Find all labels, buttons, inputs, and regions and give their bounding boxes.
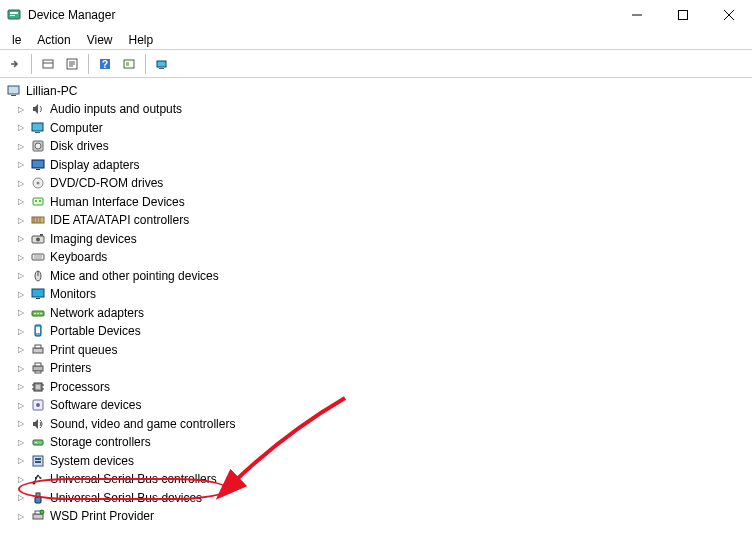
svg-rect-56 bbox=[35, 371, 41, 373]
software-icon bbox=[30, 397, 46, 413]
svg-point-72 bbox=[40, 477, 42, 479]
ide-icon bbox=[30, 212, 46, 228]
scan-button[interactable] bbox=[118, 53, 140, 75]
svg-rect-74 bbox=[35, 497, 41, 503]
tree-item[interactable]: Print queues bbox=[4, 341, 752, 360]
svg-rect-75 bbox=[33, 514, 43, 519]
expand-chevron-icon[interactable] bbox=[16, 216, 26, 225]
svg-rect-53 bbox=[35, 345, 41, 348]
expand-chevron-icon[interactable] bbox=[16, 401, 26, 410]
expand-chevron-icon[interactable] bbox=[16, 142, 26, 151]
expand-chevron-icon[interactable] bbox=[16, 179, 26, 188]
maximize-button[interactable] bbox=[660, 0, 706, 30]
tree-item[interactable]: Imaging devices bbox=[4, 230, 752, 249]
tree-item[interactable]: DVD/CD-ROM drives bbox=[4, 174, 752, 193]
svg-rect-20 bbox=[11, 95, 16, 96]
forward-button[interactable] bbox=[4, 53, 26, 75]
tree-item[interactable]: Printers bbox=[4, 359, 752, 378]
expand-chevron-icon[interactable] bbox=[16, 234, 26, 243]
show-hidden-button[interactable] bbox=[37, 53, 59, 75]
svg-rect-22 bbox=[35, 132, 40, 133]
expand-chevron-icon[interactable] bbox=[16, 308, 26, 317]
expand-chevron-icon[interactable] bbox=[16, 493, 26, 502]
sound-icon bbox=[30, 416, 46, 432]
properties-button[interactable] bbox=[61, 53, 83, 75]
svg-point-48 bbox=[37, 312, 39, 314]
svg-rect-71 bbox=[35, 477, 37, 479]
tree-item-label: Storage controllers bbox=[50, 435, 151, 449]
close-button[interactable] bbox=[706, 0, 752, 30]
computer-root-icon bbox=[6, 83, 22, 99]
tree-item[interactable]: System devices bbox=[4, 452, 752, 471]
tree-item[interactable]: WSD Print Provider bbox=[4, 507, 752, 526]
menu-view[interactable]: View bbox=[79, 33, 121, 47]
expand-chevron-icon[interactable] bbox=[16, 382, 26, 391]
tree-item-label: DVD/CD-ROM drives bbox=[50, 176, 163, 190]
tree-item[interactable]: Human Interface Devices bbox=[4, 193, 752, 212]
tree-root[interactable]: Lillian-PC bbox=[4, 82, 752, 100]
tree-item[interactable]: Network adapters bbox=[4, 304, 752, 323]
tree-item[interactable]: Monitors bbox=[4, 285, 752, 304]
svg-rect-51 bbox=[36, 327, 40, 333]
tree-item[interactable]: Storage controllers bbox=[4, 433, 752, 452]
svg-rect-39 bbox=[32, 254, 44, 260]
tree-item[interactable]: IDE ATA/ATAPI controllers bbox=[4, 211, 752, 230]
expand-chevron-icon[interactable] bbox=[16, 475, 26, 484]
tree-root-label: Lillian-PC bbox=[26, 84, 77, 98]
tree-item-label: Mice and other pointing devices bbox=[50, 269, 219, 283]
expand-chevron-icon[interactable] bbox=[16, 123, 26, 132]
expand-chevron-icon[interactable] bbox=[16, 271, 26, 280]
expand-chevron-icon[interactable] bbox=[16, 160, 26, 169]
tree-item[interactable]: Processors bbox=[4, 378, 752, 397]
expand-chevron-icon[interactable] bbox=[16, 197, 26, 206]
expand-chevron-icon[interactable] bbox=[16, 105, 26, 114]
expand-chevron-icon[interactable] bbox=[16, 253, 26, 262]
tree-item[interactable]: Computer bbox=[4, 119, 752, 138]
svg-point-47 bbox=[34, 312, 36, 314]
svg-point-31 bbox=[39, 200, 41, 202]
devices-button[interactable] bbox=[151, 53, 173, 75]
tree-item[interactable]: Universal Serial Bus controllers bbox=[4, 470, 752, 489]
tree-item[interactable]: Mice and other pointing devices bbox=[4, 267, 752, 286]
svg-point-28 bbox=[37, 182, 40, 185]
expand-chevron-icon[interactable] bbox=[16, 364, 26, 373]
dvd-icon bbox=[30, 175, 46, 191]
expand-chevron-icon[interactable] bbox=[16, 345, 26, 354]
svg-point-24 bbox=[35, 143, 41, 149]
tree-item[interactable]: Portable Devices bbox=[4, 322, 752, 341]
keyboard-icon bbox=[30, 249, 46, 265]
minimize-button[interactable] bbox=[614, 0, 660, 30]
tree-item-label: Software devices bbox=[50, 398, 141, 412]
svg-rect-19 bbox=[8, 86, 19, 94]
menu-action[interactable]: Action bbox=[29, 33, 78, 47]
menu-file[interactable]: le bbox=[4, 33, 29, 47]
svg-rect-65 bbox=[33, 440, 43, 445]
expand-chevron-icon[interactable] bbox=[16, 419, 26, 428]
tree-item[interactable]: Keyboards bbox=[4, 248, 752, 267]
tree-item[interactable]: Universal Serial Bus devices bbox=[4, 489, 752, 508]
svg-point-37 bbox=[36, 237, 40, 241]
svg-rect-58 bbox=[36, 385, 40, 389]
menu-help[interactable]: Help bbox=[121, 33, 162, 47]
menubar: le Action View Help bbox=[0, 30, 752, 50]
device-tree[interactable]: Lillian-PC Audio inputs and outputsCompu… bbox=[0, 78, 752, 545]
tree-item[interactable]: Sound, video and game controllers bbox=[4, 415, 752, 434]
tree-item[interactable]: Disk drives bbox=[4, 137, 752, 156]
tree-item-label: Human Interface Devices bbox=[50, 195, 185, 209]
svg-rect-44 bbox=[32, 289, 44, 297]
tree-item[interactable]: Audio inputs and outputs bbox=[4, 100, 752, 119]
expand-chevron-icon[interactable] bbox=[16, 290, 26, 299]
tree-item-label: Universal Serial Bus devices bbox=[50, 491, 202, 505]
printq-icon bbox=[30, 342, 46, 358]
svg-rect-68 bbox=[35, 458, 41, 460]
tree-item[interactable]: Display adapters bbox=[4, 156, 752, 175]
expand-chevron-icon[interactable] bbox=[16, 456, 26, 465]
help-button[interactable]: ? bbox=[94, 53, 116, 75]
svg-rect-38 bbox=[40, 234, 43, 236]
expand-chevron-icon[interactable] bbox=[16, 438, 26, 447]
tree-item-label: System devices bbox=[50, 454, 134, 468]
tree-item[interactable]: Software devices bbox=[4, 396, 752, 415]
expand-chevron-icon[interactable] bbox=[16, 512, 26, 521]
toolbar: ? bbox=[0, 50, 752, 78]
expand-chevron-icon[interactable] bbox=[16, 327, 26, 336]
